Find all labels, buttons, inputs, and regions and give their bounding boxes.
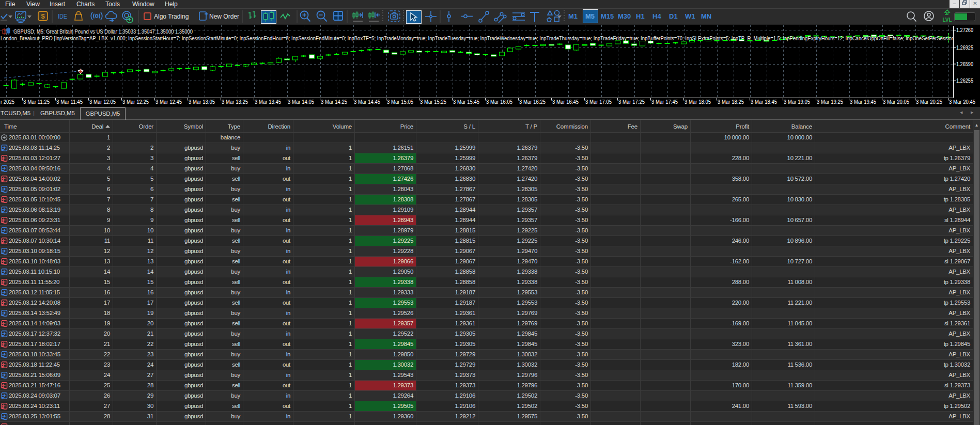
svg-text:3 Mar 17:25: 3 Mar 17:25: [618, 99, 645, 105]
svg-text:3 Mar 16:05: 3 Mar 16:05: [486, 99, 512, 105]
svg-text:London_Breakout_PRO [InpVersio: London_Breakout_PRO [InpVersionTag=AP_LB…: [1, 35, 954, 41]
svg-text:3 Mar 17:45: 3 Mar 17:45: [651, 99, 678, 105]
svg-text:3 Mar 12:05: 3 Mar 12:05: [89, 99, 116, 105]
svg-text:3 Mar 18:45: 3 Mar 18:45: [751, 99, 777, 105]
svg-text:3 Mar 13:05: 3 Mar 13:05: [189, 99, 215, 105]
svg-text:3 Mar 12:25: 3 Mar 12:25: [122, 99, 149, 105]
svg-text:3 Mar 14:05: 3 Mar 14:05: [288, 99, 314, 105]
svg-text:$: $: [41, 12, 45, 20]
svg-text:3 Mar 20:25: 3 Mar 20:25: [916, 99, 942, 105]
svg-text:3 Mar 13:25: 3 Mar 13:25: [222, 99, 248, 105]
svg-text:3 Mar 16:45: 3 Mar 16:45: [552, 99, 579, 105]
svg-text:3 Mar 12:45: 3 Mar 12:45: [155, 99, 182, 105]
svg-text:3 Mar 15:25: 3 Mar 15:25: [420, 99, 446, 105]
svg-text:3 Mar 15:45: 3 Mar 15:45: [453, 99, 479, 105]
svg-text:1.26590: 1.26590: [956, 61, 973, 67]
svg-text:3 Mar 18:25: 3 Mar 18:25: [718, 99, 744, 105]
svg-text:3 Mar 20:45: 3 Mar 20:45: [949, 99, 975, 105]
svg-text:3 Mar 19:05: 3 Mar 19:05: [784, 99, 810, 105]
svg-text:1.27260: 1.27260: [956, 27, 973, 33]
svg-text:3 Mar 15:05: 3 Mar 15:05: [387, 99, 413, 105]
svg-text:3 Mar 18:05: 3 Mar 18:05: [685, 99, 711, 105]
svg-text:3 Mar 11:45: 3 Mar 11:45: [56, 99, 83, 105]
svg-text:3 Mar 19:45: 3 Mar 19:45: [850, 99, 876, 105]
svg-text:3 Mar 17:05: 3 Mar 17:05: [585, 99, 612, 105]
svg-text:r 2025: r 2025: [1, 99, 14, 105]
svg-text:3 Mar 14:25: 3 Mar 14:25: [321, 99, 347, 105]
svg-text:1.26925: 1.26925: [956, 44, 973, 51]
svg-text:LVL: LVL: [942, 17, 952, 23]
svg-text:3 Mar 16:25: 3 Mar 16:25: [519, 99, 546, 105]
svg-text:1.26255: 1.26255: [956, 77, 973, 84]
svg-text:3 Mar 13:45: 3 Mar 13:45: [255, 99, 281, 105]
svg-text:GBPUSD, M5: Great Britain Pou: GBPUSD, M5: Great Britain Pound vs US Do…: [13, 28, 193, 35]
svg-text:3 Mar 19:25: 3 Mar 19:25: [817, 99, 843, 105]
svg-text:3 Mar 14:45: 3 Mar 14:45: [354, 99, 380, 105]
svg-text:3 Mar 11:25: 3 Mar 11:25: [23, 99, 50, 105]
svg-text:IDE: IDE: [58, 13, 67, 20]
svg-text:3 Mar 20:05: 3 Mar 20:05: [883, 99, 909, 105]
